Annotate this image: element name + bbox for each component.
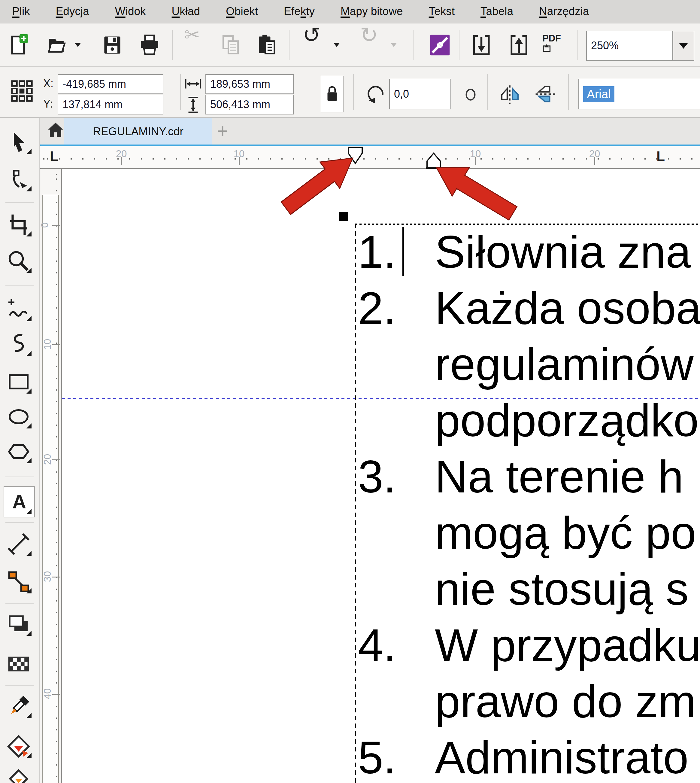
propbar-separator: [487, 74, 488, 110]
zoom-level-dropdown-button[interactable]: [673, 31, 694, 61]
flyout-arrow-icon[interactable]: [27, 551, 32, 556]
list-text: W przypadku: [435, 619, 700, 671]
degree-icon: [465, 88, 476, 101]
zoom-level-combobox[interactable]: 250%: [586, 31, 673, 61]
import-icon[interactable]: [470, 33, 493, 57]
save-icon[interactable]: [101, 33, 124, 57]
smart-fill-tool[interactable]: [7, 767, 31, 783]
cut-icon[interactable]: ✂: [181, 23, 203, 46]
menu-efekty[interactable]: Efekty: [284, 5, 315, 18]
copy-icon[interactable]: [219, 33, 242, 57]
flyout-arrow-icon[interactable]: [27, 713, 32, 718]
vertical-ruler[interactable]: 0 10 20 30 40: [40, 169, 62, 783]
list-text: Siłownia zna: [435, 225, 691, 278]
menu-mapy-bitowe[interactable]: Mapy bitowe: [340, 5, 403, 18]
x-position-field[interactable]: -419,685 mm: [58, 74, 163, 94]
mirror-vertical-button[interactable]: [535, 84, 556, 104]
transparency-tool[interactable]: [7, 652, 31, 676]
flyout-arrow-icon[interactable]: [27, 458, 32, 463]
toolbox-separator: [5, 202, 33, 203]
menu-text: k: [301, 5, 306, 17]
text-frame-left-border: [355, 224, 356, 783]
y-value: 137,814 mm: [62, 98, 123, 111]
lock-ratio-button[interactable]: [321, 76, 343, 112]
object-width-field[interactable]: 189,653 mm: [205, 74, 294, 94]
open-icon[interactable]: [46, 33, 69, 57]
ruler-major-tick: [52, 225, 60, 226]
flyout-arrow-icon[interactable]: [27, 351, 32, 356]
print-icon[interactable]: [138, 33, 161, 57]
list-number: 3.: [358, 451, 435, 503]
redo-icon[interactable]: ↻: [358, 23, 380, 46]
plus-icon: +: [217, 120, 228, 142]
ruler-number: 10: [42, 339, 53, 350]
menu-obiekt[interactable]: Obiekt: [226, 5, 258, 18]
undo-dropdown-caret[interactable]: [333, 43, 340, 47]
welcome-screen-icon[interactable]: [428, 33, 452, 57]
object-height-field[interactable]: 506,413 mm: [205, 95, 294, 115]
paste-icon[interactable]: [255, 33, 278, 57]
flyout-arrow-icon[interactable]: [27, 631, 32, 636]
list-item: 4.W przypadku: [358, 617, 700, 673]
menu-text: abela: [486, 5, 513, 17]
flyout-arrow-icon[interactable]: [27, 186, 32, 191]
tab-stop-marker[interactable]: L: [50, 148, 58, 164]
mirror-horizontal-button[interactable]: [499, 84, 521, 104]
menu-narzedzia[interactable]: Narzędzia: [539, 5, 589, 18]
menu-text: O: [226, 5, 235, 17]
publish-pdf-icon[interactable]: PDF: [542, 33, 565, 57]
menu-text: T: [480, 5, 486, 17]
ruler-major-tick: [52, 459, 60, 460]
list-item: nie stosują s: [358, 561, 700, 617]
redo-dropdown-caret[interactable]: [390, 43, 397, 47]
export-icon[interactable]: [508, 33, 530, 57]
tab-stop-marker[interactable]: L: [657, 148, 665, 164]
menu-text: M: [340, 5, 350, 17]
menu-text: Efe: [284, 5, 301, 17]
list-number: 4.: [358, 619, 435, 671]
toolbar-separator: [413, 30, 413, 60]
flyout-arrow-icon[interactable]: [27, 231, 32, 237]
document-tab-bar: REGULAMINY.cdr +: [0, 118, 700, 145]
ruler-number: 10: [233, 148, 245, 160]
horizontal-ruler[interactable]: 20 10 10 20 L L: [40, 146, 700, 169]
flyout-arrow-icon[interactable]: [27, 149, 32, 154]
paragraph-text[interactable]: 1.Siłownia zna 2.Każda osoba regulaminów…: [358, 224, 700, 783]
menu-uklad[interactable]: Układ: [172, 5, 200, 18]
flyout-arrow-icon[interactable]: [27, 509, 32, 514]
standard-toolbar: ✂ ↺ ↻ PDF 250%: [0, 23, 700, 67]
document-tab[interactable]: REGULAMINY.cdr: [64, 119, 212, 145]
flyout-arrow-icon[interactable]: [27, 588, 32, 593]
flyout-arrow-icon[interactable]: [27, 316, 32, 321]
list-text: prawo do zm: [435, 675, 696, 728]
flyout-arrow-icon[interactable]: [27, 389, 32, 394]
flyout-arrow-icon[interactable]: [27, 268, 32, 273]
menu-widok[interactable]: Widok: [115, 5, 146, 18]
home-icon[interactable]: [47, 120, 64, 140]
menu-text: N: [539, 5, 547, 17]
new-document-icon[interactable]: [8, 33, 30, 57]
font-name-value: Arial: [583, 86, 614, 102]
menu-edycja[interactable]: Edycja: [56, 5, 89, 18]
toolbox-separator: [5, 685, 33, 686]
open-dropdown-caret[interactable]: [75, 43, 81, 47]
toolbar-separator: [459, 30, 460, 60]
object-origin-grid-icon[interactable]: [11, 80, 33, 102]
flyout-arrow-icon[interactable]: [27, 753, 32, 758]
undo-icon[interactable]: ↺: [300, 23, 323, 46]
ruler-minor-ticks: [56, 169, 57, 783]
selection-handle[interactable]: [339, 212, 348, 221]
y-position-field[interactable]: 137,814 mm: [58, 95, 163, 115]
new-tab-button[interactable]: +: [212, 118, 233, 144]
flyout-arrow-icon[interactable]: [27, 423, 32, 429]
list-text: mogą być po: [435, 507, 696, 559]
list-item: 1.Siłownia zna: [358, 224, 700, 280]
ruler-major-tick: [52, 344, 60, 345]
menu-plik[interactable]: Plik: [12, 5, 30, 18]
first-line-indent-marker[interactable]: [347, 147, 363, 165]
font-name-combobox[interactable]: Arial: [578, 79, 700, 109]
menu-tekst[interactable]: Tekst: [429, 5, 455, 18]
menu-tabela[interactable]: Tabela: [480, 5, 513, 18]
list-text: Każda osoba: [435, 282, 700, 334]
angle-of-rotation-field[interactable]: 0,0: [389, 79, 451, 109]
